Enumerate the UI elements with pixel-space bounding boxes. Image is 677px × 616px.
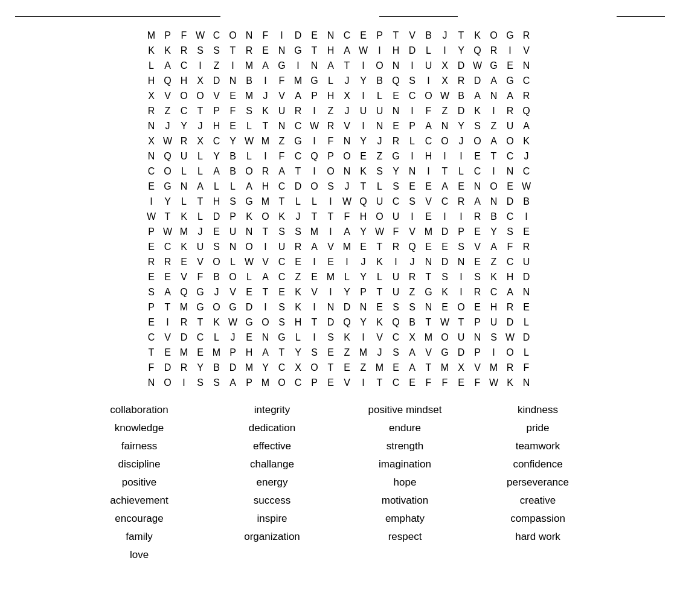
grid-cell: D — [159, 360, 176, 376]
grid-cell: S — [322, 179, 339, 194]
grid-cell: K — [355, 164, 372, 179]
grid-cell: N — [322, 28, 339, 43]
grid-cell: E — [355, 239, 372, 255]
grid-cell: E — [225, 88, 242, 104]
grid-cell: G — [306, 73, 323, 89]
grid-cell: J — [208, 284, 225, 300]
grid-cell: Y — [355, 269, 372, 285]
grid-cell: R — [176, 315, 193, 330]
grid-cell: T — [453, 28, 470, 43]
grid-cell: S — [404, 73, 421, 89]
grid-cell: D — [518, 330, 535, 345]
grid-cell: A — [502, 88, 519, 104]
grid-cell: I — [486, 345, 502, 361]
word-item: endure — [339, 420, 472, 436]
grid-cell: V — [420, 345, 437, 361]
grid-cell: G — [486, 58, 502, 74]
grid-cell: U — [274, 103, 290, 119]
word-item: success — [206, 493, 339, 509]
grid-cell: V — [225, 284, 242, 300]
grid-cell: S — [322, 330, 339, 345]
grid-cell: T — [437, 164, 454, 179]
grid-cell: E — [274, 284, 290, 300]
grid-cell: J — [339, 73, 356, 89]
grid-cell: N — [225, 239, 242, 255]
grid-cell: R — [176, 43, 193, 59]
word-item — [206, 547, 339, 563]
grid-cell: O — [159, 375, 176, 391]
grid-cell: M — [371, 360, 388, 376]
grid-cell: O — [241, 164, 258, 179]
grid-cell: N — [225, 73, 242, 89]
grid-cell: E — [469, 149, 486, 164]
grid-cell: N — [404, 164, 421, 179]
grid-cell: C — [208, 28, 225, 43]
grid-cell: E — [257, 43, 274, 59]
grid-cell: J — [159, 118, 176, 134]
grid-cell: P — [208, 103, 225, 119]
grid-cell: N — [241, 224, 258, 240]
grid-cell: A — [241, 179, 258, 194]
grid-cell: K — [143, 43, 160, 59]
grid-cell: R — [176, 360, 193, 376]
grid-cell: F — [339, 209, 356, 225]
grid-cell: T — [306, 315, 323, 330]
grid-cell: M — [420, 224, 437, 240]
date-field — [376, 6, 458, 17]
grid-cell: D — [502, 194, 519, 210]
word-item: imagination — [339, 457, 472, 472]
grid-cell: T — [355, 179, 372, 194]
grid-cell: H — [502, 269, 519, 285]
grid-cell: B — [225, 164, 242, 179]
grid-cell: A — [159, 58, 176, 74]
grid-cell: F — [420, 375, 437, 391]
grid-cell: C — [388, 194, 405, 210]
grid-cell: E — [306, 28, 323, 43]
grid-cell: E — [225, 118, 242, 134]
grid-cell: B — [208, 360, 225, 376]
grid-cell: T — [192, 103, 209, 119]
grid-cell: F — [257, 28, 274, 43]
grid-cell: U — [192, 239, 209, 255]
grid-cell: L — [192, 209, 209, 225]
grid-cell: S — [274, 300, 290, 315]
grid-cell: L — [208, 330, 225, 345]
grid-cell: T — [453, 315, 470, 330]
grid-cell: T — [339, 58, 356, 74]
grid-cell: T — [159, 300, 176, 315]
grid-cell: N — [371, 118, 388, 134]
grid-cell: C — [274, 269, 290, 285]
grid-cell: G — [502, 28, 519, 43]
grid-cell: D — [453, 103, 470, 119]
grid-cell: U — [486, 315, 502, 330]
grid-cell: L — [290, 194, 307, 210]
grid-cell: I — [192, 58, 209, 74]
grid-cell: N — [143, 375, 160, 391]
grid-cell: G — [290, 43, 307, 59]
grid-cell: Z — [274, 133, 290, 149]
grid-cell: V — [420, 194, 437, 210]
grid-cell: S — [290, 224, 307, 240]
grid-cell: K — [469, 103, 486, 119]
grid-cell: I — [437, 209, 454, 225]
grid-cell: M — [257, 194, 274, 210]
grid-cell: I — [453, 209, 470, 225]
grid-cell: A — [486, 73, 502, 89]
grid-cell: S — [274, 315, 290, 330]
grid-cell: L — [241, 118, 258, 134]
grid-cell: P — [225, 345, 242, 361]
grid-cell: M — [437, 360, 454, 376]
grid-cell: R — [453, 73, 470, 89]
grid-cell: R — [159, 254, 176, 270]
grid-cell: G — [420, 284, 437, 300]
grid-cell: R — [502, 103, 519, 119]
word-item: positive mindset — [339, 402, 472, 418]
grid-cell: N — [176, 179, 193, 194]
grid-cell: O — [339, 149, 356, 164]
grid-cell: E — [208, 224, 225, 240]
grid-cell: C — [143, 164, 160, 179]
grid-cell: A — [437, 179, 454, 194]
grid-cell: I — [355, 58, 372, 74]
grid-cell: G — [290, 133, 307, 149]
grid-cell: R — [388, 133, 405, 149]
